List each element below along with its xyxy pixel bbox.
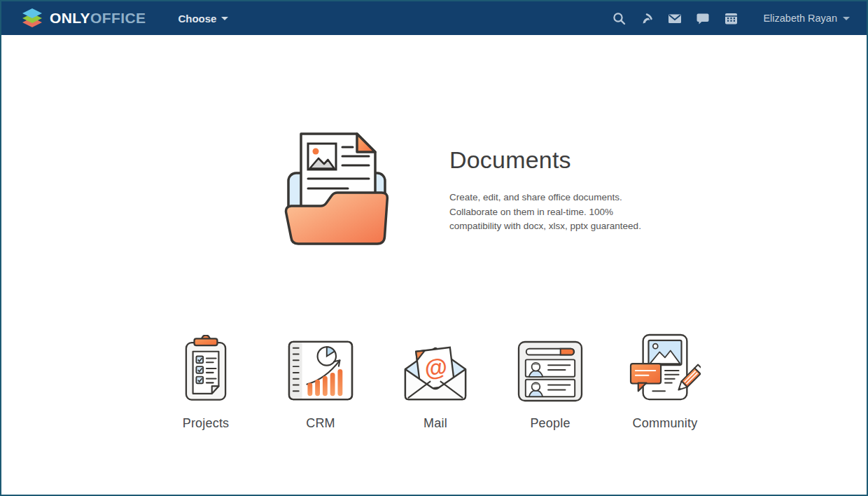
crm-icon [288,339,354,402]
search-icon [612,12,626,25]
choose-label: Choose [178,13,216,25]
mail-module-icon: @ [401,339,470,402]
module-crm[interactable]: CRM [263,329,378,431]
mail-button[interactable] [661,7,689,29]
at-symbol-glyph: @ [423,353,449,382]
logo-layers-icon [21,8,43,29]
documents-description-line: Collaborate on them in real-time. 100% [449,205,659,220]
top-navbar: ONLYOFFICE Choose [1,1,867,35]
module-people[interactable]: People [493,329,608,431]
module-label-crm: CRM [306,416,335,431]
documents-folder-icon[interactable] [280,130,393,250]
choose-menu-button[interactable]: Choose [178,13,228,25]
navbar-actions: Elizabeth Rayan [605,7,850,29]
community-icon [629,333,701,402]
people-icon [517,340,583,402]
chat-button[interactable] [689,7,717,29]
documents-description-line: Create, edit, and share office documents… [449,191,659,205]
documents-description: Create, edit, and share office documents… [449,191,659,234]
logo-word-only: ONLY [50,10,90,26]
logo-word-office: OFFICE [90,10,146,26]
calendar-button[interactable] [717,7,745,29]
feed-icon [640,12,654,25]
chevron-down-icon [843,17,850,20]
module-mail[interactable]: @ Mail [378,329,493,431]
module-label-community: Community [633,416,698,431]
documents-hero-text: Documents Create, edit, and share office… [449,130,659,250]
module-chooser-row: Projects [148,329,722,431]
chevron-down-icon [221,17,228,20]
search-button[interactable] [605,7,633,29]
user-menu-button[interactable]: Elizabeth Rayan [763,13,850,24]
mail-icon [668,12,682,25]
module-community[interactable]: Community [608,329,722,431]
feed-button[interactable] [633,7,661,29]
documents-description-line: compatibility with docx, xlsx, pptx guar… [449,219,659,234]
module-label-people: People [530,416,570,431]
module-label-projects: Projects [183,416,230,431]
logo-wordmark: ONLYOFFICE [50,10,146,27]
documents-module-hero: Documents Create, edit, and share office… [280,130,659,250]
documents-title-link[interactable]: Documents [449,146,659,174]
onlyoffice-logo[interactable]: ONLYOFFICE [21,8,146,29]
chat-icon [696,12,710,25]
projects-icon [184,335,227,402]
module-projects[interactable]: Projects [148,329,263,431]
module-label-mail: Mail [424,416,447,431]
user-name: Elizabeth Rayan [763,13,837,24]
calendar-icon [724,12,738,25]
